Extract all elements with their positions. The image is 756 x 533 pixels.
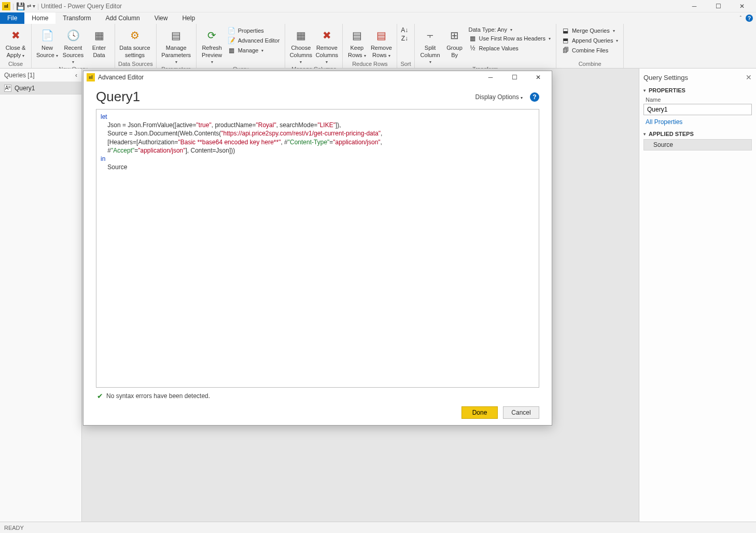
enter-data-label2: Data <box>93 52 105 58</box>
ribbon-group-query: ⟳ Refresh Preview ▾ 📄Properties 📝Advance… <box>197 24 286 68</box>
choose-columns-icon: ▦ <box>292 27 309 44</box>
queries-panel: Queries [1] ‹ Aᴮ Query1 <box>0 69 82 522</box>
close-settings-icon[interactable]: ✕ <box>746 73 752 81</box>
new-source-label1: New <box>41 45 53 51</box>
data-type-label: Data Type: Any <box>469 26 507 33</box>
tab-addcolumn[interactable]: Add Column <box>99 12 147 24</box>
all-properties-link[interactable]: All Properties <box>643 115 752 128</box>
help-icon[interactable]: ? <box>746 15 753 22</box>
query-settings-panel: Query Settings ✕ PROPERTIES Name All Pro… <box>639 69 756 522</box>
tab-help[interactable]: Help <box>175 12 202 24</box>
cancel-button[interactable]: Cancel <box>503 406 539 419</box>
split-column-icon: ⫟ <box>422 27 439 44</box>
merge-queries-button[interactable]: ⬓Merge Queries▾ <box>559 26 621 35</box>
remove-columns-button[interactable]: ✖ Remove Columns ▾ <box>314 26 339 66</box>
collapse-queries-icon[interactable]: ‹ <box>75 72 77 79</box>
advanced-editor-button[interactable]: 📝Advanced Editor <box>226 36 282 45</box>
applied-steps-header[interactable]: APPLIED STEPS <box>643 128 752 138</box>
replace-values-icon: ½ <box>469 44 477 52</box>
ribbon-group-transform: ⫟ Split Column ▾ ⊞ Group By Data Type: A… <box>415 24 556 68</box>
append-queries-button[interactable]: ⬒Append Queries▾ <box>559 36 621 45</box>
remove-rows-button[interactable]: ▤ Remove Rows ▾ <box>369 26 394 60</box>
ribbon-group-sort: A↓ Z↓ Sort <box>397 24 414 68</box>
query-item-label: Query1 <box>15 85 35 92</box>
combine-files-icon: 🗐 <box>562 46 570 54</box>
collapse-ribbon-icon[interactable]: ˆ <box>740 16 741 21</box>
advanced-editor-label: Advanced Editor <box>238 37 280 44</box>
tab-view[interactable]: View <box>147 12 175 24</box>
manage-parameters-button[interactable]: ▤ Manage Parameters ▾ <box>160 26 193 66</box>
dialog-minimize-button[interactable]: ─ <box>480 71 501 84</box>
display-options-button[interactable]: Display Options ▾ <box>475 93 523 101</box>
query-list-item[interactable]: Aᴮ Query1 <box>0 82 81 94</box>
check-icon: ✔ <box>97 392 103 400</box>
save-icon[interactable]: 💾 <box>16 2 25 10</box>
display-options-label: Display Options <box>475 93 519 101</box>
new-source-button[interactable]: 📄 New Source ▾ <box>35 26 60 60</box>
ribbon-group-close-label: Close <box>3 61 28 68</box>
cancel-button-label: Cancel <box>511 409 530 416</box>
data-source-settings-button[interactable]: ⚙ Data source settings <box>118 26 151 59</box>
group-by-label1: Group <box>446 45 463 51</box>
dialog-app-icon <box>87 73 95 81</box>
dialog-maximize-button[interactable]: ☐ <box>504 71 525 84</box>
close-button[interactable]: ✕ <box>730 0 754 12</box>
recent-sources-label2: Sources <box>63 52 83 58</box>
ribbon-group-managecols: ▦ Choose Columns ▾ ✖ Remove Columns ▾ Ma… <box>285 24 343 68</box>
properties-icon: 📄 <box>228 26 236 35</box>
manage-button[interactable]: ▦Manage▾ <box>226 46 282 55</box>
properties-button[interactable]: 📄Properties <box>226 26 282 35</box>
merge-queries-icon: ⬓ <box>562 26 570 35</box>
recent-sources-button[interactable]: 🕓 Recent Sources ▾ <box>61 26 86 66</box>
group-by-icon: ⊞ <box>446 27 463 44</box>
queries-header-label: Queries [1] <box>4 72 35 79</box>
manage-icon: ▦ <box>228 46 236 54</box>
close-apply-button[interactable]: ✖ Close & Apply ▾ <box>3 26 28 60</box>
group-by-button[interactable]: ⊞ Group By <box>444 26 466 59</box>
ribbon-group-datasources: ⚙ Data source settings Data Sources <box>115 24 157 68</box>
dialog-help-icon[interactable]: ? <box>530 92 539 102</box>
code-editor[interactable]: let Json = Json.FromValue([active="true"… <box>96 109 539 388</box>
query-item-icon: Aᴮ <box>4 85 11 92</box>
properties-label: Properties <box>238 28 264 34</box>
title-bar: | 💾 ⇄ ▾ | Untitled - Power Query Editor … <box>0 0 756 12</box>
split-column-button[interactable]: ⫟ Split Column ▾ <box>418 26 443 66</box>
combine-files-button[interactable]: 🗐Combine Files <box>559 46 621 55</box>
choose-columns-label1: Choose <box>291 45 311 51</box>
enter-data-button[interactable]: ▦ Enter Data <box>87 26 111 59</box>
window-title: Untitled - Power Query Editor <box>41 3 122 10</box>
tab-file[interactable]: File <box>0 12 24 24</box>
qat-dropdown-icon[interactable]: ⇄ ▾ <box>27 3 35 9</box>
keep-rows-label1: Keep <box>351 45 364 51</box>
sort-desc-button[interactable]: Z↓ <box>400 34 409 43</box>
properties-section-header[interactable]: PROPERTIES <box>643 84 752 94</box>
ribbon-group-combine: ⬓Merge Queries▾ ⬒Append Queries▾ 🗐Combin… <box>556 24 624 68</box>
recent-sources-icon: 🕓 <box>65 27 81 44</box>
query-settings-title: Query Settings <box>643 74 688 81</box>
done-button[interactable]: Done <box>461 406 498 419</box>
maximize-button[interactable]: ☐ <box>706 0 730 12</box>
dialog-close-button[interactable]: ✕ <box>528 71 549 84</box>
tab-transform[interactable]: Transform <box>55 12 98 24</box>
keep-rows-button[interactable]: ▤ Keep Rows ▾ <box>346 26 368 60</box>
keep-rows-icon: ▤ <box>348 27 365 44</box>
replace-values-button[interactable]: ½Replace Values <box>467 44 553 53</box>
sort-asc-button[interactable]: A↓ <box>400 26 409 34</box>
applied-step-source[interactable]: Source <box>643 139 752 151</box>
advanced-editor-dialog: Advanced Editor ─ ☐ ✕ Query1 Display Opt… <box>83 71 552 426</box>
ribbon-group-newquery: 📄 New Source ▾ 🕓 Recent Sources ▾ ▦ Ente… <box>32 24 115 68</box>
menu-tabs: File Home Transform Add Column View Help… <box>0 12 756 24</box>
query-name-input[interactable] <box>643 104 752 115</box>
tab-home[interactable]: Home <box>24 12 55 24</box>
status-label: READY <box>4 525 24 531</box>
ribbon-group-reducerows: ▤ Keep Rows ▾ ▤ Remove Rows ▾ Reduce Row… <box>343 24 397 68</box>
advanced-editor-icon: 📝 <box>228 36 236 45</box>
datasources-label1: Data source <box>119 45 150 51</box>
choose-columns-button[interactable]: ▦ Choose Columns ▾ <box>288 26 313 66</box>
datasources-label2: settings <box>125 52 145 58</box>
refresh-preview-button[interactable]: ⟳ Refresh Preview ▾ <box>200 26 225 66</box>
combine-files-label: Combine Files <box>572 47 608 53</box>
minimize-button[interactable]: ─ <box>682 0 706 12</box>
data-type-button[interactable]: Data Type: Any▾ <box>467 26 553 33</box>
first-row-headers-button[interactable]: ▦Use First Row as Headers▾ <box>467 34 553 43</box>
